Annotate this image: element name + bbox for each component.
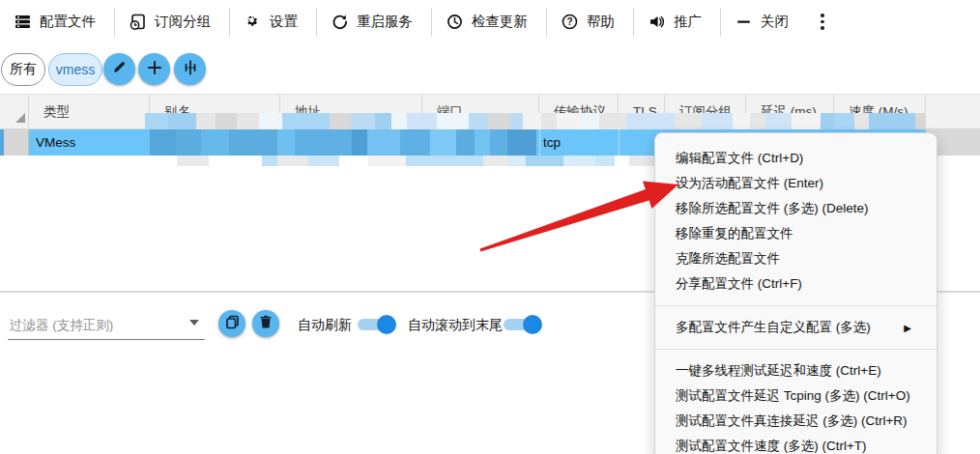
row-header-cell[interactable]: [4, 129, 29, 156]
menu-item-label: 测试配置文件真连接延迟 (多选) (Ctrl+R): [676, 412, 908, 430]
menu-separator: [655, 349, 937, 350]
menu-item-label: 多配置文件产生自定义配置 (多选): [676, 319, 871, 336]
column-header-subscription[interactable]: 订阅分组: [665, 95, 746, 128]
help-icon: ?: [562, 14, 578, 30]
select-all-corner[interactable]: [0, 95, 29, 128]
menu-item-edit-profile[interactable]: 编辑配置文件 (Ctrl+D): [655, 146, 937, 171]
row-grid-line: [539, 129, 540, 156]
profile-context-menu: 编辑配置文件 (Ctrl+D) 设为活动配置文件 (Enter) 移除所选配置文…: [654, 132, 937, 454]
menu-item-label: 测试配置文件延迟 Tcping (多选) (Ctrl+O): [676, 387, 910, 405]
toolbar-label: 订阅分组: [155, 13, 211, 31]
auto-column-width-button[interactable]: [174, 53, 206, 85]
check-update-icon: [447, 14, 463, 30]
toolbar-button-subscription-group[interactable]: 订阅分组: [115, 6, 229, 39]
plus-icon: [147, 60, 162, 79]
menu-item-label: 编辑配置文件 (Ctrl+D): [676, 150, 803, 167]
menu-item-share-profile[interactable]: 分享配置文件 (Ctrl+F): [655, 271, 937, 297]
toolbar-button-help[interactable]: ? 帮助: [547, 6, 633, 39]
subscription-tab-all[interactable]: 所有: [1, 53, 45, 86]
toolbar-button-check-update[interactable]: 检查更新: [432, 6, 546, 39]
column-header-tls[interactable]: TLS: [619, 95, 665, 128]
menu-item-clone-selected[interactable]: 克隆所选配置文件: [655, 246, 937, 271]
toolbar-label: 检查更新: [472, 13, 528, 31]
auto-refresh-toggle[interactable]: [358, 316, 396, 333]
edit-group-button[interactable]: [103, 53, 135, 85]
log-filter-combobox[interactable]: 过滤器 (支持正则): [8, 309, 205, 340]
column-header-address[interactable]: 地址: [280, 95, 422, 128]
menu-separator: [655, 305, 937, 306]
profile-bar: 所有 vmess: [0, 43, 980, 94]
profiles-icon: [14, 14, 31, 30]
svg-text:?: ?: [566, 16, 572, 27]
column-header-alias[interactable]: 别名: [150, 95, 280, 128]
column-header-transport[interactable]: 传输协议: [539, 95, 619, 128]
subscription-group-icon: [130, 14, 146, 30]
auto-refresh-label: 自动刷新: [298, 317, 352, 334]
column-header-delay[interactable]: 延迟 (ms): [746, 95, 834, 128]
toolbar-label: 推广: [674, 13, 702, 31]
toolbar-label: 帮助: [587, 13, 615, 31]
restart-service-icon: [331, 14, 348, 30]
toolbar-label: 关闭: [761, 13, 789, 31]
copy-icon: [225, 315, 240, 333]
column-width-icon: [183, 60, 198, 79]
submenu-arrow-icon: ▶: [904, 323, 911, 333]
menu-item-label: 设为活动配置文件 (Enter): [676, 175, 823, 192]
menu-item-test-latency-and-speed[interactable]: 一键多线程测试延迟和速度 (Ctrl+E): [655, 358, 937, 383]
menu-item-label: 移除所选配置文件 (多选) (Delete): [676, 200, 869, 217]
menu-item-set-active-profile[interactable]: 设为活动配置文件 (Enter): [655, 171, 937, 196]
toggle-knob: [377, 315, 396, 334]
column-header-speed[interactable]: 速度 (M/s): [834, 95, 926, 128]
column-header-port[interactable]: 端口: [422, 95, 539, 128]
toolbar-button-restart-service[interactable]: 重启服务: [317, 6, 431, 39]
clear-log-button[interactable]: [252, 310, 279, 337]
cell-transport: tcp: [543, 129, 561, 156]
menu-item-remove-duplicates[interactable]: 移除重复的配置文件: [655, 221, 937, 246]
menu-item-label: 克隆所选配置文件: [676, 250, 780, 268]
subscription-tab-vmess[interactable]: vmess: [48, 53, 102, 86]
chevron-down-icon: [189, 320, 199, 326]
menu-item-label: 测试配置文件速度 (多选) (Ctrl+T): [676, 438, 867, 454]
auto-scroll-label: 自动滚动到末尾: [408, 317, 503, 334]
v2rayn-main-window: 配置文件 订阅分组 设置 重启服务 检查更新 ? 帮助 推广: [0, 0, 980, 454]
column-header-type[interactable]: 类型: [29, 95, 150, 128]
table-header: 类型 别名 地址 端口 传输协议 TLS 订阅分组 延迟 (ms) 速度 (M/…: [0, 94, 980, 129]
trash-icon: [259, 315, 273, 332]
toolbar-button-promote[interactable]: 推广: [634, 6, 720, 39]
log-filter-placeholder: 过滤器 (支持正则): [10, 317, 113, 334]
menu-item-remove-selected[interactable]: 移除所选配置文件 (多选) (Delete): [655, 196, 937, 221]
toggle-knob: [523, 315, 542, 334]
menu-item-test-tcping[interactable]: 测试配置文件延迟 Tcping (多选) (Ctrl+O): [655, 383, 937, 409]
menu-item-label: 分享配置文件 (Ctrl+F): [676, 275, 802, 293]
toolbar-label: 重启服务: [357, 13, 413, 31]
row-grid-line: [619, 129, 620, 156]
add-group-button[interactable]: [138, 53, 170, 85]
copy-log-button[interactable]: [218, 310, 245, 337]
menu-item-test-speed[interactable]: 测试配置文件速度 (多选) (Ctrl+T): [655, 434, 937, 454]
menu-item-label: 移除重复的配置文件: [676, 225, 793, 242]
select-all-triangle-icon: [15, 113, 25, 123]
tab-label: 所有: [10, 61, 37, 78]
toolbar-button-settings[interactable]: 设置: [230, 6, 316, 39]
tab-label: vmess: [56, 62, 95, 77]
cell-type: VMess: [36, 129, 75, 156]
pencil-icon: [112, 60, 127, 78]
promote-speaker-icon: [649, 14, 665, 30]
toolbar-label: 配置文件: [40, 13, 96, 31]
main-toolbar: 配置文件 订阅分组 设置 重启服务 检查更新 ? 帮助 推广: [0, 0, 980, 43]
more-options-kebab-icon[interactable]: [807, 14, 838, 30]
menu-item-multi-profile-custom-config[interactable]: 多配置文件产生自定义配置 (多选) ▶: [655, 315, 937, 340]
menu-item-label: 一键多线程测试延迟和速度 (Ctrl+E): [676, 362, 881, 380]
settings-gear-icon: [245, 14, 261, 30]
toolbar-label: 设置: [270, 13, 298, 31]
minimize-icon: [735, 14, 752, 30]
menu-item-test-real-delay[interactable]: 测试配置文件真连接延迟 (多选) (Ctrl+R): [655, 409, 937, 434]
combo-underline: [8, 339, 205, 340]
toolbar-button-close[interactable]: 关闭: [721, 6, 807, 39]
toolbar-button-profiles[interactable]: 配置文件: [0, 6, 114, 39]
auto-scroll-toggle[interactable]: [504, 316, 542, 333]
